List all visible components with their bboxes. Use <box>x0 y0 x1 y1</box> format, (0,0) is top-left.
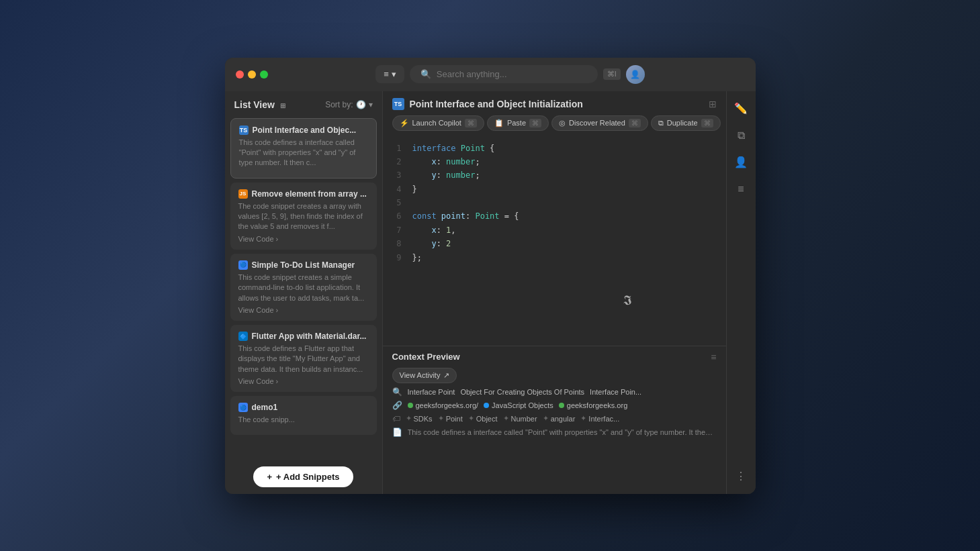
add-snippets-label: + Add Snippets <box>276 472 340 482</box>
tag-chip-point[interactable]: ✦ Point <box>438 414 463 423</box>
item-title-text: demo1 <box>252 403 278 412</box>
list-item[interactable]: 🔷 Flutter App with Material.dar... This … <box>230 325 377 392</box>
chip-label: SDKs <box>414 415 433 423</box>
action-bar: ✏️ ⧉ 👤 ≡ ⋮ <box>726 91 756 494</box>
copy-button[interactable]: ⧉ <box>730 125 752 146</box>
search-icon: 🔍 <box>420 69 431 79</box>
context-chip-row: 🏷 ✦ SDKs ✦ Point ✦ Object <box>392 414 717 423</box>
launch-copilot-button[interactable]: ⚡ Launch Copilot ⌘ <box>392 115 484 131</box>
link-js-objects[interactable]: JavaScript Objects <box>484 401 553 409</box>
item-description: This code defines a interface called "Po… <box>239 138 368 168</box>
sidebar: List View ⊞ Sort by: 🕐 ▾ TS Point Interf… <box>225 91 383 494</box>
link-label: JavaScript Objects <box>492 401 553 409</box>
add-snippets-button[interactable]: + + Add Snippets <box>253 466 353 487</box>
item-title: 🔵 demo1 <box>238 403 369 412</box>
item-type-icon: JS <box>238 189 248 199</box>
list-item[interactable]: 🔵 demo1 The code snipp... <box>230 396 377 434</box>
code-line: 4 } <box>392 183 717 196</box>
item-description: The code snippet creates a array with va… <box>238 201 369 232</box>
view-code-button[interactable]: View Code › <box>238 235 369 243</box>
maximize-button[interactable] <box>260 70 268 79</box>
share-button[interactable]: 👤 <box>730 152 752 173</box>
item-title: JS Remove element from array ... <box>238 189 369 199</box>
sidebar-sort[interactable]: Sort by: 🕐 ▾ <box>325 100 372 109</box>
code-line: 1 interface Point { <box>392 142 717 155</box>
code-line: 3 y: number; <box>392 168 717 182</box>
chip-label: Point <box>446 415 463 423</box>
doc-icon: 📄 <box>392 428 402 437</box>
expand-icon[interactable]: ⊞ <box>709 99 717 109</box>
discover-icon: ◎ <box>559 119 566 128</box>
link-dot-icon <box>559 403 564 408</box>
minimize-button[interactable] <box>248 70 256 79</box>
close-button[interactable] <box>236 70 244 79</box>
sort-icon: 🕐 <box>356 100 366 109</box>
context-panel: Context Preview ≡ View Activity ↗ 🔍 Inte… <box>383 346 726 494</box>
item-title: 🔷 Flutter App with Material.dar... <box>238 332 369 341</box>
tag-chip-angular[interactable]: ✦ angular <box>543 414 576 423</box>
right-panel: TS Point Interface and Object Initializa… <box>383 91 726 494</box>
link-dot-icon <box>408 403 413 408</box>
code-line: 7 x: 1, <box>392 223 717 237</box>
list-item[interactable]: TS Point Interface and Objec... This cod… <box>230 118 377 179</box>
paste-label: Paste <box>507 119 526 127</box>
list-view-button[interactable]: ≡ <box>730 179 752 200</box>
context-desc-row: 📄 This code defines a interface called "… <box>392 428 717 438</box>
chip-label: angular <box>551 415 576 423</box>
item-description: The code snipp... <box>238 415 369 425</box>
list-item[interactable]: JS Remove element from array ... The cod… <box>230 183 377 250</box>
code-panel-title: TS Point Interface and Object Initializa… <box>392 98 583 110</box>
tag-chip-number[interactable]: ✦ Number <box>503 414 537 423</box>
edit-icon: ✏️ <box>734 102 748 115</box>
discover-related-button[interactable]: ◎ Discover Related ⌘ <box>551 115 648 131</box>
chevron-icon: › <box>276 306 279 314</box>
chip-label: Interfac... <box>588 415 619 423</box>
code-lines: 1 interface Point { 2 x: number; 3 y: nu… <box>392 142 717 265</box>
duplicate-button[interactable]: ⧉ Duplicate ⌘ <box>651 115 721 131</box>
search-icon: 🔍 <box>392 387 402 397</box>
tag-interface-poin: Interface Poin... <box>590 388 641 396</box>
item-description: This code snippet creates a simple comma… <box>238 272 369 303</box>
code-panel-header: TS Point Interface and Object Initializa… <box>383 91 726 110</box>
item-type-icon: 🔵 <box>238 403 248 412</box>
list-item[interactable]: 🔵 Simple To-Do List Manager This code sn… <box>230 254 377 321</box>
context-links-row: 🔗 geeksforgeeks.org/ JavaScript Objects … <box>392 401 717 410</box>
tag-icon: 🏷 <box>392 414 400 423</box>
more-options-button[interactable]: ⋮ <box>730 466 752 487</box>
kbd-badge: ⌘I <box>603 68 621 80</box>
activity-label: View Activity <box>400 371 441 379</box>
tag-chip-interface[interactable]: ✦ Interfac... <box>580 414 619 423</box>
item-type-icon: 🔷 <box>238 332 248 341</box>
code-line: 5 <box>392 196 717 209</box>
view-code-button[interactable]: View Code › <box>238 377 369 385</box>
tag-object-creating: Object For Creating Objects Of Points <box>460 388 584 396</box>
link-geeks2[interactable]: geeksforgeeks.org <box>559 401 628 409</box>
code-panel-actions: ⚡ Launch Copilot ⌘ 📋 Paste ⌘ ◎ Discover … <box>383 110 726 136</box>
item-title: TS Point Interface and Objec... <box>239 126 368 135</box>
code-line: 8 y: 2 <box>392 237 717 250</box>
tag-chip-sdks[interactable]: ✦ SDKs <box>406 414 433 423</box>
context-tags-row: 🔍 Interface Point Object For Creating Ob… <box>392 387 717 397</box>
context-menu-icon[interactable]: ≡ <box>711 352 716 362</box>
paste-button[interactable]: 📋 Paste ⌘ <box>487 115 549 131</box>
link-geeks1[interactable]: geeksforgeeks.org/ <box>408 401 479 409</box>
sidebar-bottom: + + Add Snippets <box>225 460 382 494</box>
code-area[interactable]: 1 interface Point { 2 x: number; 3 y: nu… <box>383 136 726 346</box>
shortcut-badge2: ⌘ <box>529 119 541 128</box>
tag-chip-object[interactable]: ✦ Object <box>468 414 498 423</box>
chip-label: Object <box>476 415 498 423</box>
discover-label: Discover Related <box>569 119 625 127</box>
paste-icon: 📋 <box>494 119 504 128</box>
search-bar[interactable]: 🔍 Search anything... <box>410 65 598 83</box>
code-line: 2 x: number; <box>392 155 717 168</box>
view-code-button[interactable]: View Code › <box>238 306 369 314</box>
link-label: geeksforgeeks.org <box>567 401 628 409</box>
view-activity-button[interactable]: View Activity ↗ <box>392 368 457 383</box>
edit-button[interactable]: ✏️ <box>730 98 752 119</box>
share-icon: 👤 <box>734 156 748 168</box>
menu-button[interactable]: ≡ ▾ <box>375 65 404 83</box>
main-content: List View ⊞ Sort by: 🕐 ▾ TS Point Interf… <box>225 91 756 494</box>
context-description: This code defines a interface called "Po… <box>408 428 717 438</box>
chevron-icon: › <box>276 377 279 385</box>
context-header: Context Preview ≡ <box>383 346 726 368</box>
